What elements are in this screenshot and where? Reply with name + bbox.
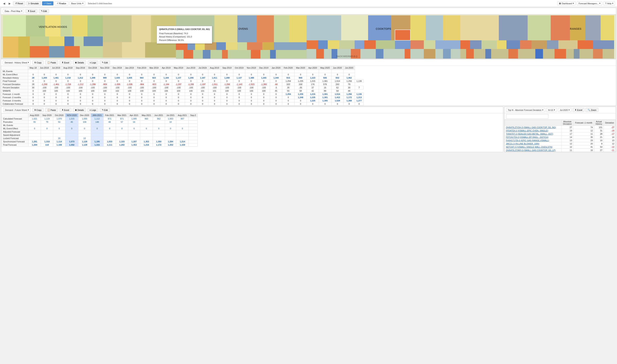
- table-cell: 0: [135, 92, 148, 96]
- table-cell: 1,202: [116, 143, 128, 147]
- dashboard-dropdown[interactable]: ▦ Dashboard ▾: [557, 1, 576, 5]
- table-cell: [53, 124, 65, 127]
- history-logs-button[interactable]: ≡ Logs: [88, 61, 98, 65]
- forward-button[interactable]: ▶: [8, 1, 12, 5]
- table-cell: 1,108: [53, 143, 65, 147]
- table-cell: 0: [62, 92, 74, 96]
- history-sheet-content[interactable]: May-18Jun-2018Jul-2018Aug-2018Sep-2018Oc…: [1, 66, 616, 106]
- history-col-header: Feb-2019: [135, 66, 148, 70]
- table-cell: 0: [50, 102, 62, 106]
- right-excel-button[interactable]: ⬇ Excel: [573, 108, 584, 112]
- item-name[interactable]: FHS41T17DI-3 (EPIC GAS RANGE,VSMALL): [505, 139, 562, 142]
- list-item[interactable]: FP24ITDI-3 (VSMALL EPIC OVEN, SINGLE)191…: [505, 129, 616, 132]
- item-name[interactable]: THN476T-3 (SEALED GAS METAL, SMALL -SST): [505, 132, 562, 136]
- zoom-button[interactable]: 🔍 Zoom: [586, 108, 598, 112]
- list-item[interactable]: QHN476.2T/MQ-3 (SMALL GAS COOKTOP, SS, L…: [505, 149, 616, 152]
- row-label: Forecast -3 months: [1, 99, 28, 102]
- history-paste-button[interactable]: 📋 Paste: [45, 61, 58, 65]
- item-name[interactable]: JMC21-3 (IN-LINE BLOWER, 10IN): [505, 142, 562, 145]
- history-sheet-dropdown[interactable]: Demand - History Sheet ▾: [3, 61, 31, 65]
- chevron-down-icon: ▾: [554, 109, 555, 111]
- table-cell: 0: [123, 99, 135, 102]
- chevron-down-icon: ▾: [21, 10, 22, 12]
- base-units-dropdown[interactable]: Base Units ▾: [70, 1, 85, 5]
- future-details-button[interactable]: ◉ Details: [73, 108, 86, 112]
- item-name[interactable]: QHN476.2T/MQ-3 (SMALL GAS COOKTOP, SS, L…: [505, 149, 562, 152]
- future-sheet-dropdown[interactable]: Demand - Future Sheet ▾: [3, 108, 31, 112]
- table-cell: 0: [148, 96, 160, 99]
- table-cell: 176: [307, 83, 319, 86]
- table-cell: -100: [62, 86, 74, 89]
- list-item[interactable]: NDT24IT-3 (VSMALL SINGLE WALL OVEN,STN)1…: [505, 145, 616, 149]
- top-n-dropdown[interactable]: Top N - Absolute Forecast Deviation ▾: [506, 108, 545, 112]
- table-cell: 0: [307, 102, 319, 106]
- history-col-header: Oct-2018: [87, 66, 99, 70]
- reset-button[interactable]: ↺ Reset: [13, 1, 25, 5]
- list-item[interactable]: JMC21-3 (IN-LINE BLOWER, 10IN)1220812: [505, 142, 616, 145]
- item-name[interactable]: NDT24IT-3 (VSMALL SINGLE WALL OVEN,STN): [505, 145, 562, 149]
- table-cell: 1,235: [295, 79, 307, 83]
- forecast-mgmt-dropdown[interactable]: Forecast Managem... ▾: [577, 1, 602, 5]
- simulate-button[interactable]: ▷ Simulate: [26, 1, 41, 5]
- table-cell: [153, 137, 165, 140]
- table-cell: 59: [331, 89, 344, 92]
- svg-rect-6: [72, 15, 87, 37]
- table-cell: 100: [148, 89, 160, 92]
- table-cell: [188, 124, 197, 127]
- table-cell: -1,265: [257, 83, 270, 86]
- table-cell: 148: [91, 120, 103, 124]
- row-label: Collaborator Forecast: [1, 102, 28, 106]
- deviation-value: -17: [604, 132, 616, 136]
- pivot-edit-button[interactable]: ✎ Edit: [39, 9, 49, 13]
- future-logs-button[interactable]: ≡ Logs: [87, 108, 98, 112]
- list-item[interactable]: QHN476.2T/OH-3 (SMALL GAS COOKTOP, SS, N…: [505, 126, 616, 129]
- list-item[interactable]: FHS41T17DI-3 (EPIC GAS RANGE,VSMALL)1323…: [505, 139, 616, 142]
- svg-rect-77: [443, 49, 451, 59]
- table-cell: [221, 70, 233, 73]
- table-cell: -100: [148, 86, 160, 89]
- table-cell: -964: [135, 83, 148, 86]
- future-sheet-content[interactable]: Aug-2020Sep-2020Oct-2020NOV-2020Dec-2020…: [1, 113, 503, 147]
- table-cell: 0: [28, 102, 39, 106]
- date-dropdown[interactable]: Jul-2020 ▾: [558, 108, 571, 112]
- table-cell: 55: [282, 89, 295, 92]
- pivot-map-dropdown[interactable]: Data - Pivot Map ▾: [3, 9, 24, 13]
- n-dropdown[interactable]: N=10 ▾: [546, 108, 557, 112]
- future-paste-button[interactable]: 📋 Paste: [45, 108, 58, 112]
- forecast-value: 23: [573, 139, 594, 142]
- pivot-excel-button[interactable]: ⬇ Excel: [26, 9, 37, 13]
- table-cell: 0: [344, 73, 355, 76]
- table-cell: -100: [233, 86, 245, 89]
- svg-rect-38: [216, 42, 226, 50]
- table-cell: 7: [355, 86, 363, 89]
- table-cell: 1,412: [331, 96, 344, 99]
- future-excel-button[interactable]: ⬇ Excel: [60, 108, 71, 112]
- history-edit-button[interactable]: ✎ Edit: [100, 61, 110, 65]
- history-copy-button[interactable]: ⧉ Copy: [32, 61, 44, 65]
- table-row: ML Event Effect0000000000000: [1, 127, 198, 130]
- table-cell: 1,223: [307, 76, 319, 79]
- history-details-button[interactable]: ◉ Details: [73, 61, 86, 65]
- history-excel-button[interactable]: ⬇ Excel: [60, 61, 71, 65]
- list-item[interactable]: FDT241TDI-3 (VSMALL EP SNGL - SST/CH)143…: [505, 136, 616, 139]
- back-button[interactable]: ◀: [2, 1, 6, 5]
- search-input[interactable]: [506, 114, 548, 119]
- finalize-icon: ✓: [57, 2, 58, 5]
- table-cell: [307, 70, 319, 73]
- item-name[interactable]: FDT241TDI-3 (VSMALL EP SNGL - SST/CH): [505, 136, 562, 139]
- table-cell: 0: [111, 92, 124, 96]
- table-cell: [65, 133, 78, 137]
- table-cell: -100: [208, 86, 221, 89]
- actual-value: 53: [594, 145, 604, 149]
- finalize-button[interactable]: ✓ Finalize: [54, 1, 68, 5]
- svg-rect-81: [460, 15, 499, 40]
- item-name[interactable]: FP24ITDI-3 (VSMALL EPIC OVEN, SINGLE): [505, 129, 562, 132]
- save-button[interactable]: ✓ Save: [42, 1, 54, 5]
- right-panel-table-area[interactable]: AbsoluteDeviation Forecast -1 month Actu…: [505, 120, 616, 152]
- future-edit-button[interactable]: ✎ Edit: [100, 108, 110, 112]
- future-copy-button[interactable]: ⧉ Copy: [32, 108, 44, 112]
- help-dropdown[interactable]: ? Help ▾: [603, 1, 615, 5]
- list-item[interactable]: THN476T-3 (SEALED GAS METAL, SMALL -SST)…: [505, 132, 616, 136]
- item-name[interactable]: QHN476.2T/OH-3 (SMALL GAS COOKTOP, SS, N…: [505, 126, 562, 129]
- svg-rect-68: [424, 40, 435, 49]
